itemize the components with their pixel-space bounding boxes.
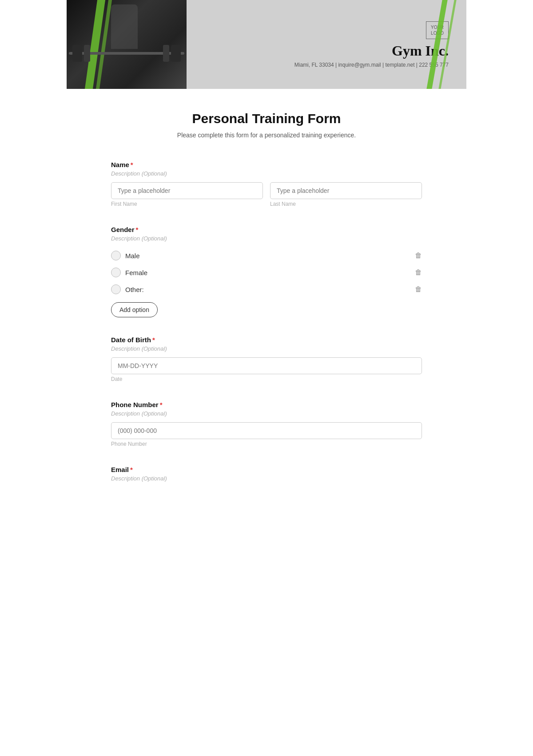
phone-required-marker: *	[160, 401, 163, 408]
page-header: YOUR LOGO Gym Inc. Miami, FL 33034 | inq…	[67, 0, 466, 89]
gender-option-other: Other: 🗑	[111, 281, 422, 298]
dob-description: Description (Optional)	[111, 345, 422, 352]
gender-label: Gender*	[111, 226, 422, 233]
phone-label: Phone Number*	[111, 401, 422, 408]
dob-sublabel: Date	[111, 376, 422, 382]
email-required-marker: *	[130, 466, 133, 473]
delete-male-icon[interactable]: 🗑	[415, 252, 422, 260]
radio-female-label: Female	[125, 269, 147, 276]
phone-sublabel: Phone Number	[111, 441, 422, 447]
phone-description: Description (Optional)	[111, 410, 422, 417]
gender-description: Description (Optional)	[111, 235, 422, 242]
first-name-col: First Name	[111, 182, 263, 207]
gender-option-male: Male 🗑	[111, 247, 422, 264]
gender-option-female: Female 🗑	[111, 264, 422, 281]
form-container: Personal Training Form Please complete t…	[84, 89, 449, 523]
dob-required-marker: *	[152, 336, 155, 344]
field-name: Name* Description (Optional) First Name …	[111, 161, 422, 207]
header-image	[67, 0, 187, 89]
name-required-marker: *	[131, 161, 133, 168]
form-title: Personal Training Form	[111, 111, 422, 126]
first-name-input[interactable]	[111, 182, 263, 199]
radio-female[interactable]	[111, 268, 121, 277]
form-subtitle: Please complete this form for a personal…	[111, 132, 422, 139]
add-option-button[interactable]: Add option	[111, 302, 158, 317]
field-gender: Gender* Description (Optional) Male 🗑 Fe…	[111, 226, 422, 317]
email-description: Description (Optional)	[111, 475, 422, 482]
header-info: YOUR LOGO Gym Inc. Miami, FL 33034 | inq…	[187, 0, 466, 89]
radio-other-label: Other:	[125, 286, 144, 293]
field-email: Email* Description (Optional)	[111, 466, 422, 482]
name-label: Name*	[111, 161, 422, 168]
delete-female-icon[interactable]: 🗑	[415, 268, 422, 276]
phone-input[interactable]	[111, 422, 422, 439]
last-name-sublabel: Last Name	[270, 201, 422, 207]
dob-label: Date of Birth*	[111, 336, 422, 344]
person-silhouette	[111, 4, 138, 49]
gender-required-marker: *	[136, 226, 139, 233]
name-description: Description (Optional)	[111, 170, 422, 177]
last-name-input[interactable]	[270, 182, 422, 199]
company-info: Miami, FL 33034 | inquire@gym.mail | tem…	[294, 62, 449, 68]
name-input-row: First Name Last Name	[111, 182, 422, 207]
last-name-col: Last Name	[270, 182, 422, 207]
email-label: Email*	[111, 466, 422, 473]
radio-male-label: Male	[125, 252, 140, 260]
first-name-sublabel: First Name	[111, 201, 263, 207]
company-name: Gym Inc.	[392, 43, 449, 59]
dob-input[interactable]	[111, 357, 422, 374]
add-option-label: Add option	[119, 306, 149, 313]
delete-other-icon[interactable]: 🗑	[415, 285, 422, 293]
field-dob: Date of Birth* Description (Optional) Da…	[111, 336, 422, 382]
radio-other[interactable]	[111, 284, 121, 294]
radio-male[interactable]	[111, 251, 121, 260]
field-phone: Phone Number* Description (Optional) Pho…	[111, 401, 422, 447]
